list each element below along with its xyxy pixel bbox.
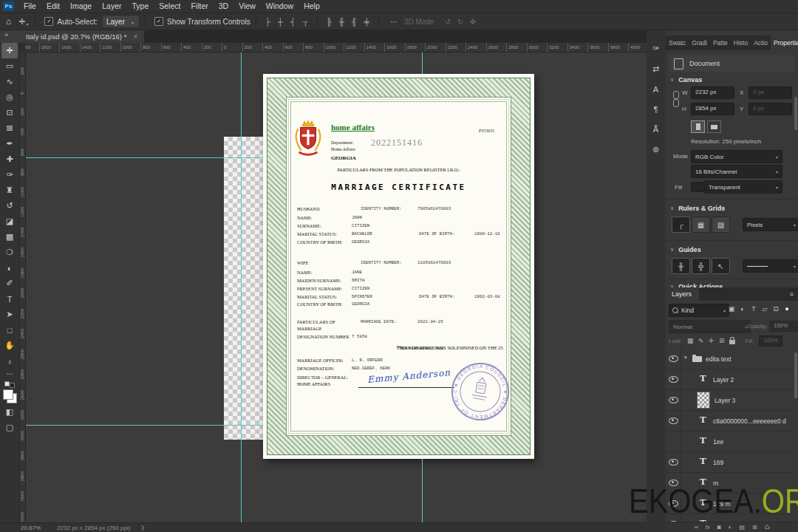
distribute-icon[interactable]: ╟ xyxy=(324,18,335,26)
color-swatches[interactable] xyxy=(3,389,16,403)
tab-layers[interactable]: Layers xyxy=(666,287,699,301)
menu-file[interactable]: File xyxy=(18,0,41,13)
history-brush-tool[interactable]: ↺ xyxy=(1,198,18,214)
close-icon[interactable]: × xyxy=(133,33,137,41)
auto-select-checkbox[interactable]: ✓ xyxy=(44,17,53,26)
panel-menu-icon[interactable]: ≡ xyxy=(785,287,798,301)
width-field[interactable]: 2232 px xyxy=(691,86,734,99)
chevron-down-icon[interactable]: ▾ xyxy=(26,21,28,27)
lock-artboard-icon[interactable]: ⊞ xyxy=(719,337,724,344)
crop-tool[interactable]: ⊡ xyxy=(1,105,18,120)
menu-type[interactable]: Type xyxy=(126,0,154,13)
opacity-field[interactable]: 100% xyxy=(769,321,798,332)
layer-row[interactable]: T1ee xyxy=(666,431,794,452)
layer-mask-icon[interactable]: ◙ xyxy=(717,524,721,531)
layer-filter-toggle[interactable]: ● xyxy=(782,305,792,313)
fill-dropdown[interactable]: Transparent ▾ xyxy=(704,180,782,194)
layers-scrollbar[interactable] xyxy=(794,352,797,398)
clone-stamp-tool[interactable]: ♜ xyxy=(1,183,18,198)
align-icon[interactable]: ├ xyxy=(262,18,273,26)
layer-row[interactable]: ▾edita text xyxy=(666,348,794,369)
visibility-toggle[interactable] xyxy=(666,369,681,389)
canvas-section-header[interactable]: ∨ Canvas xyxy=(670,76,702,83)
rulers-grids-section-header[interactable]: ∨ Rulers & Grids xyxy=(670,205,725,212)
menu-help[interactable]: Help xyxy=(299,0,325,13)
lock-position-icon[interactable]: ✛ xyxy=(709,337,714,344)
lock-guides-button[interactable]: ╬ xyxy=(692,258,710,274)
object-selection-tool[interactable]: ◎ xyxy=(1,89,18,105)
screen-mode-icon[interactable]: ▢ xyxy=(1,420,18,435)
brush-tool[interactable]: ✑ xyxy=(1,167,18,183)
layer-row[interactable]: Layer 3 xyxy=(666,389,794,411)
menu-edit[interactable]: Edit xyxy=(41,0,65,13)
frame-tool[interactable]: ⊠ xyxy=(1,120,18,136)
menu-select[interactable]: Select xyxy=(154,0,185,13)
paragraph-panel-icon[interactable]: ¶ xyxy=(654,105,658,114)
toggle-guides-button[interactable]: ╫ xyxy=(672,258,690,274)
vertical-guide[interactable] xyxy=(422,52,423,74)
healing-brush-tool[interactable]: ✚ xyxy=(1,151,18,167)
eraser-tool[interactable]: ◪ xyxy=(1,214,18,229)
portrait-orientation-button[interactable] xyxy=(691,120,705,133)
smart-object-filter-icon[interactable]: ⊡ xyxy=(771,305,781,313)
type-tool[interactable]: T xyxy=(1,291,18,307)
landscape-orientation-button[interactable] xyxy=(707,120,721,133)
lasso-tool[interactable]: ∿ xyxy=(1,74,18,89)
toggle-pixel-grid-button[interactable]: ▨ xyxy=(712,216,730,233)
distribute-icon[interactable]: ╢ xyxy=(349,18,360,26)
horizontal-guide[interactable] xyxy=(25,425,263,426)
zoom-level[interactable]: 20.67% xyxy=(21,525,41,531)
libraries-panel-icon[interactable]: ⊛ xyxy=(652,145,659,154)
align-icon[interactable]: ┬ xyxy=(300,18,311,26)
gradient-tool[interactable]: ▩ xyxy=(1,229,18,245)
tab-actio[interactable]: Actio xyxy=(751,35,771,50)
menu-image[interactable]: Image xyxy=(65,0,97,13)
brush-settings-icon[interactable]: ✑ xyxy=(652,44,659,53)
lock-transparency-icon[interactable]: ▦ xyxy=(687,337,693,344)
delete-layer-icon[interactable]: ♺ xyxy=(765,524,770,531)
adjustment-layer-filter-icon[interactable]: ◐ xyxy=(737,305,748,313)
rectangular-marquee-tool[interactable]: ▭ xyxy=(1,58,18,74)
properties-scrollbar[interactable] xyxy=(794,97,797,130)
horizontal-ruler[interactable]: 2000180016001400120010008006004002000200… xyxy=(25,43,647,52)
layer-row[interactable]: T169 xyxy=(666,451,794,473)
path-selection-tool[interactable]: ➤ xyxy=(1,307,18,322)
character-panel-icon[interactable]: A xyxy=(653,85,658,94)
y-field[interactable]: 0 px xyxy=(748,103,792,115)
link-layers-icon[interactable]: ∞ xyxy=(694,524,698,531)
pixel-layer-filter-icon[interactable]: ▣ xyxy=(726,305,737,313)
shape-layer-filter-icon[interactable]: ▱ xyxy=(760,305,770,313)
layer-filter-kind-dropdown[interactable]: Kind ▾ xyxy=(669,304,729,317)
distribute-icon[interactable]: ╪ xyxy=(361,18,372,26)
visibility-toggle[interactable] xyxy=(666,431,681,451)
fill-swatch[interactable] xyxy=(691,182,705,192)
align-icon[interactable]: ┤ xyxy=(287,18,299,26)
guides-section-header[interactable]: ∨ Guides xyxy=(670,246,701,253)
type-layer-filter-icon[interactable]: T xyxy=(748,305,759,313)
home-icon[interactable]: ⌂ xyxy=(6,16,11,27)
vertical-ruler[interactable]: 2000200400600800100012001400160018002000… xyxy=(19,52,26,523)
dodge-tool[interactable]: ◐ xyxy=(1,260,18,276)
transparent-canvas-region[interactable] xyxy=(224,137,264,440)
pen-tool[interactable]: ✐ xyxy=(1,276,18,291)
menu-window[interactable]: Window xyxy=(261,0,299,13)
move-tool-icon[interactable]: ✛ xyxy=(18,17,25,27)
ruler-corner[interactable] xyxy=(19,43,25,52)
distribute-icon[interactable]: ╫ xyxy=(336,18,347,26)
vertical-guide[interactable] xyxy=(241,52,242,523)
blend-mode-dropdown[interactable]: Normal ▾ xyxy=(669,320,751,333)
bit-depth-dropdown[interactable]: 16 Bits/Channel ▾ xyxy=(691,165,782,178)
layer-effects-icon[interactable]: fx xyxy=(706,524,710,531)
link-dimensions-icon[interactable] xyxy=(673,91,679,109)
lock-all-icon[interactable] xyxy=(729,340,735,344)
tab-swatc[interactable]: Swatc xyxy=(666,35,689,50)
menu-3d[interactable]: 3D xyxy=(214,0,233,13)
ruler-units-dropdown[interactable]: Pixels ▾ xyxy=(743,218,798,231)
move-tool[interactable]: ✛ xyxy=(1,43,18,58)
layer-group-icon[interactable]: ▤ xyxy=(739,524,745,531)
canvas-area[interactable]: home affairs P353635 Department: Home Af… xyxy=(25,52,647,523)
default-colors-icon[interactable] xyxy=(4,381,15,387)
tab-patte[interactable]: Patte xyxy=(710,35,731,50)
auto-select-target-dropdown[interactable]: Layer ▾ xyxy=(102,15,140,28)
vertical-guide[interactable] xyxy=(422,459,423,523)
